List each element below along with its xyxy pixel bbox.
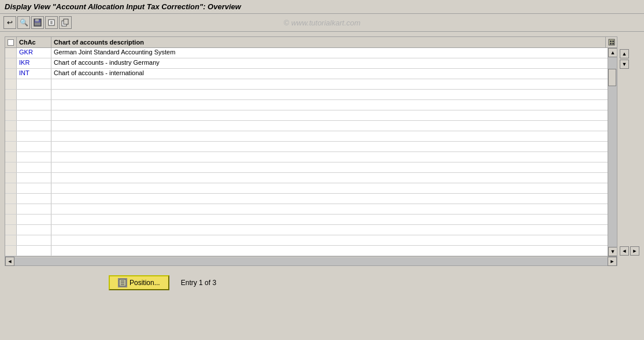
table-row[interactable] — [5, 152, 608, 162]
scroll-thumb[interactable] — [608, 69, 616, 86]
row-desc — [51, 90, 608, 99]
search-button[interactable]: 🔍 — [17, 16, 30, 29]
table-header: ChAc Chart of accounts description — [5, 37, 617, 48]
table-row[interactable] — [5, 235, 608, 246]
select-all-cell[interactable] — [5, 37, 17, 47]
row-selector[interactable] — [5, 58, 17, 68]
row-desc — [51, 79, 608, 89]
main-content: ChAc Chart of accounts description — [0, 32, 644, 331]
row-selector[interactable] — [5, 142, 17, 151]
row-selector[interactable] — [5, 110, 17, 120]
row-chac — [17, 162, 51, 172]
table-row[interactable] — [5, 162, 608, 173]
table-row[interactable] — [5, 215, 608, 225]
scroll-right-arrow[interactable]: ► — [608, 257, 617, 266]
row-selector[interactable] — [5, 162, 17, 172]
row-chac — [17, 90, 51, 99]
svg-rect-10 — [610, 40, 612, 42]
row-chac — [17, 152, 51, 162]
new-button[interactable] — [45, 16, 58, 29]
row-selector[interactable] — [5, 183, 17, 193]
scroll-up-arrow[interactable]: ▲ — [608, 48, 617, 57]
scroll-track[interactable] — [608, 57, 617, 247]
horizontal-scrollbar[interactable]: ◄ ► — [5, 256, 617, 265]
row-selector[interactable] — [5, 152, 17, 162]
back-button[interactable]: ↩ — [3, 16, 16, 29]
row-chac — [17, 173, 51, 183]
select-all-checkbox[interactable] — [8, 39, 14, 46]
row-selector[interactable] — [5, 204, 17, 214]
row-selector[interactable] — [5, 48, 17, 58]
scroll-left-arrow[interactable]: ◄ — [5, 257, 14, 266]
table-row[interactable] — [5, 100, 608, 110]
row-desc — [51, 235, 608, 245]
row-chac — [17, 110, 51, 120]
table-row[interactable] — [5, 121, 608, 131]
row-chac — [17, 194, 51, 204]
table-row[interactable] — [5, 225, 608, 235]
row-selector[interactable] — [5, 69, 17, 79]
row-chac — [17, 183, 51, 193]
h-scroll-track[interactable] — [14, 257, 608, 265]
row-desc — [51, 246, 608, 256]
row-selector[interactable] — [5, 79, 17, 89]
row-selector[interactable] — [5, 173, 17, 183]
position-icon — [118, 278, 127, 287]
svg-rect-1 — [35, 19, 39, 21]
row-selector[interactable] — [5, 225, 17, 235]
outer-scroll-right[interactable]: ► — [630, 246, 639, 256]
row-desc — [51, 100, 608, 110]
table-row[interactable] — [5, 204, 608, 215]
row-selector[interactable] — [5, 90, 17, 99]
scroll-down-arrow[interactable]: ▼ — [608, 247, 617, 256]
row-chac — [17, 204, 51, 214]
row-desc — [51, 204, 608, 214]
row-selector[interactable] — [5, 100, 17, 110]
table-row[interactable] — [5, 173, 608, 183]
row-desc — [51, 173, 608, 183]
row-selector[interactable] — [5, 131, 17, 141]
corner-button[interactable] — [605, 37, 617, 47]
row-desc — [51, 215, 608, 224]
table-row[interactable] — [5, 194, 608, 204]
table-body: GKRGerman Joint Standard Accounting Syst… — [5, 48, 617, 256]
row-chac — [17, 246, 51, 256]
svg-rect-2 — [35, 23, 40, 25]
row-desc — [51, 225, 608, 235]
row-chac: GKR — [17, 48, 51, 58]
row-desc: Chart of accounts - international — [51, 69, 608, 79]
row-desc: German Joint Standard Accounting System — [51, 48, 608, 58]
row-selector[interactable] — [5, 246, 17, 256]
table-row[interactable]: INTChart of accounts - international — [5, 69, 608, 79]
position-button[interactable]: Position... — [109, 275, 169, 290]
table-row[interactable]: IKRChart of accounts - industry Germany — [5, 58, 608, 69]
row-desc — [51, 162, 608, 172]
table-row[interactable] — [5, 142, 608, 152]
row-selector[interactable] — [5, 235, 17, 245]
table-row[interactable] — [5, 110, 608, 121]
vertical-scrollbar[interactable]: ▲ ▼ — [608, 48, 617, 256]
outer-scroll-up[interactable]: ▲ — [620, 49, 629, 58]
row-chac — [17, 225, 51, 235]
table-row[interactable] — [5, 90, 608, 100]
row-chac — [17, 79, 51, 89]
svg-rect-11 — [612, 40, 614, 42]
row-desc — [51, 152, 608, 162]
save-button[interactable] — [31, 16, 44, 29]
row-selector[interactable] — [5, 215, 17, 224]
row-chac: IKR — [17, 58, 51, 68]
outer-scroll-down[interactable]: ▼ — [620, 60, 629, 69]
row-desc — [51, 110, 608, 120]
table-row[interactable] — [5, 183, 608, 194]
row-desc — [51, 194, 608, 204]
table-row[interactable] — [5, 131, 608, 142]
outer-scroll-left[interactable]: ◄ — [620, 246, 629, 256]
title-bar: Display View "Account Allocation Input T… — [0, 0, 644, 14]
table-row[interactable] — [5, 246, 608, 256]
row-selector[interactable] — [5, 121, 17, 131]
table-row[interactable]: GKRGerman Joint Standard Accounting Syst… — [5, 48, 608, 58]
row-desc — [51, 131, 608, 141]
copy-button[interactable] — [59, 16, 72, 29]
row-selector[interactable] — [5, 194, 17, 204]
table-row[interactable] — [5, 79, 608, 90]
